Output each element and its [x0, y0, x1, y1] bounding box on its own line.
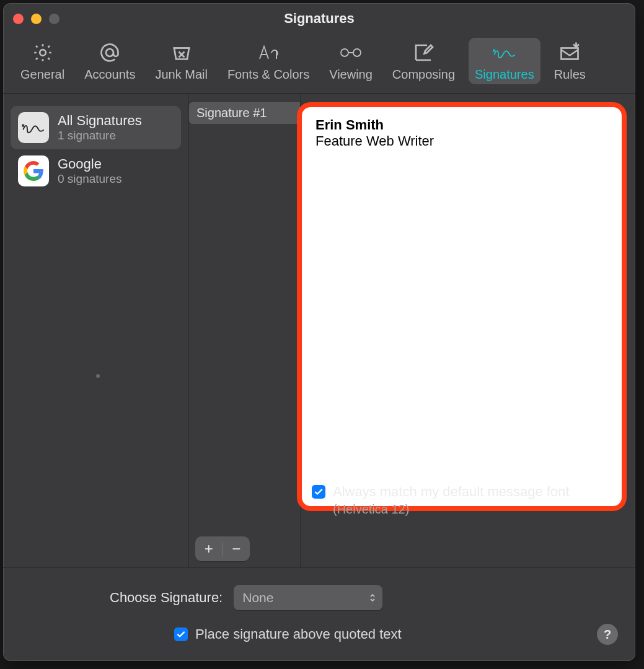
titlebar: Signatures	[3, 3, 635, 34]
signature-line-1: Erin Smith	[315, 117, 608, 133]
column-resize-handle[interactable]	[96, 374, 100, 378]
tab-rules[interactable]: Rules	[548, 38, 592, 84]
signature-list-item[interactable]: Signature #1	[189, 102, 300, 124]
tab-label: Signatures	[475, 68, 534, 82]
choose-signature-label: Choose Signature:	[110, 590, 223, 606]
choose-signature-row: Choose Signature: None	[23, 585, 615, 610]
tab-label: Viewing	[329, 68, 373, 82]
at-icon	[97, 42, 122, 64]
signature-list-column: Signature #1 + −	[189, 94, 301, 567]
choose-signature-select[interactable]: None	[234, 585, 382, 610]
compose-icon	[411, 42, 436, 64]
preferences-window: Signatures General Accounts Junk Mail F	[3, 3, 635, 661]
tab-viewing[interactable]: Viewing	[323, 38, 379, 84]
tab-label: Composing	[392, 68, 455, 82]
tab-label: Junk Mail	[155, 68, 207, 82]
choose-signature-value: None	[242, 590, 273, 605]
tab-label: Accounts	[84, 68, 135, 82]
gear-icon	[30, 42, 55, 64]
tab-general[interactable]: General	[14, 38, 71, 84]
tab-fonts-colors[interactable]: Fonts & Colors	[221, 38, 315, 84]
account-count: 0 signatures	[58, 172, 122, 186]
tab-label: General	[20, 68, 64, 82]
tab-junk-mail[interactable]: Junk Mail	[149, 38, 213, 84]
help-label: ?	[604, 627, 611, 642]
tab-label: Fonts & Colors	[227, 68, 309, 82]
place-above-label: Place signature above quoted text	[195, 626, 402, 642]
account-name: All Signatures	[58, 113, 142, 129]
rules-icon	[557, 42, 582, 64]
window-title: Signatures	[3, 11, 635, 27]
svg-rect-4	[562, 48, 578, 59]
place-above-row: Place signature above quoted text	[174, 626, 615, 642]
always-match-font-label: Always match my default message font	[333, 484, 570, 500]
help-button[interactable]: ?	[597, 624, 618, 645]
footer: Choose Signature: None Place signature a…	[3, 567, 635, 661]
glasses-icon	[338, 42, 363, 64]
signature-line-2: Feature Web Writer	[315, 133, 608, 149]
preferences-toolbar: General Accounts Junk Mail Fonts & Color…	[3, 34, 635, 94]
default-font-note: (Helvetica 12)	[333, 502, 627, 517]
signature-editor[interactable]: Erin Smith Feature Web Writer	[302, 107, 622, 159]
signature-icon	[492, 42, 517, 64]
highlight-annotation: Erin Smith Feature Web Writer	[297, 102, 627, 511]
junk-icon	[169, 42, 194, 64]
svg-point-0	[40, 50, 46, 56]
svg-point-1	[106, 49, 113, 56]
tab-composing[interactable]: Composing	[386, 38, 461, 84]
account-count: 1 signature	[58, 129, 142, 142]
remove-signature-button[interactable]: −	[223, 541, 250, 556]
tab-label: Rules	[554, 68, 586, 82]
tab-signatures[interactable]: Signatures	[469, 38, 540, 84]
account-google[interactable]: Google 0 signatures	[11, 149, 181, 193]
account-name: Google	[58, 156, 122, 172]
place-above-checkbox[interactable]	[174, 627, 188, 641]
tab-accounts[interactable]: Accounts	[78, 38, 141, 84]
add-signature-button[interactable]: +	[195, 541, 223, 556]
always-match-font-checkbox[interactable]	[312, 485, 325, 499]
accounts-column: All Signatures 1 signature Google 0 sign…	[3, 94, 189, 567]
check-icon	[176, 629, 186, 639]
signature-editor-column: Erin Smith Feature Web Writer Always mat…	[301, 94, 635, 567]
signature-item-name: Signature #1	[196, 106, 267, 120]
check-icon	[314, 487, 324, 497]
account-all-signatures[interactable]: All Signatures 1 signature	[11, 106, 181, 149]
google-account-icon	[18, 155, 49, 186]
fonts-icon	[256, 42, 281, 64]
add-remove-buttons: + −	[195, 536, 250, 561]
editor-options: Always match my default message font (He…	[301, 484, 627, 517]
svg-point-2	[341, 49, 348, 56]
select-stepper-icon	[369, 593, 376, 603]
signature-account-icon	[18, 112, 49, 143]
signatures-panel: All Signatures 1 signature Google 0 sign…	[3, 94, 635, 661]
svg-point-3	[353, 49, 361, 56]
